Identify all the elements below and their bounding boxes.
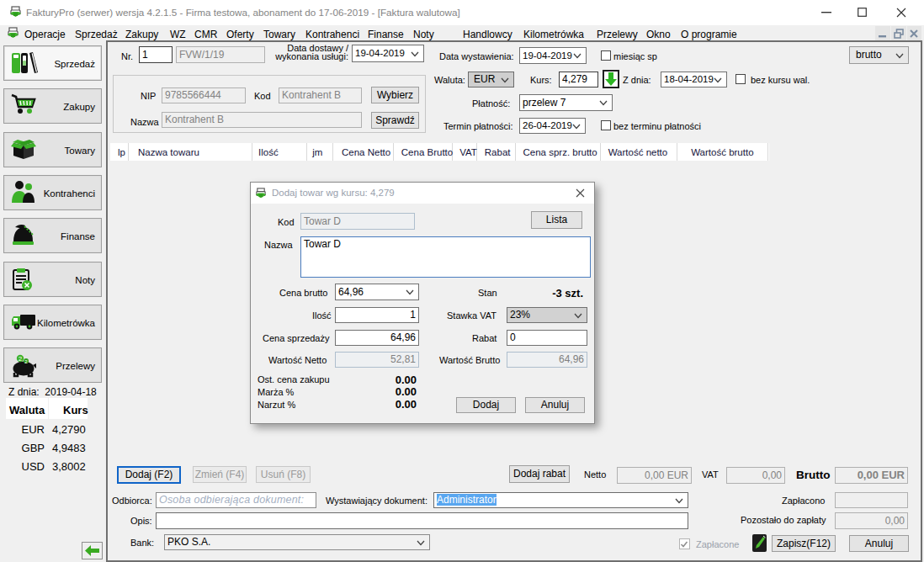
svg-text:2: 2	[19, 355, 23, 363]
